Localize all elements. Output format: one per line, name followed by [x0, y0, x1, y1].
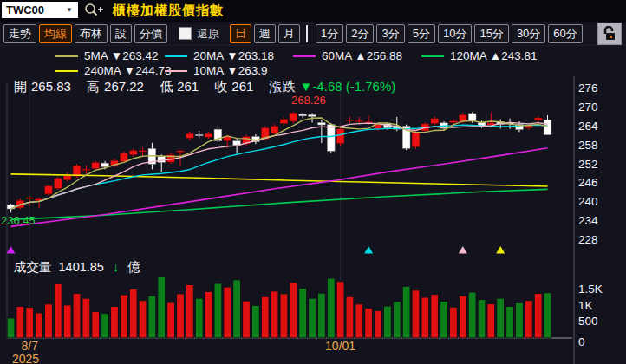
change-label: 漲跌	[270, 79, 296, 94]
restore-label: 還原	[197, 26, 219, 42]
minute-30-button[interactable]: 30分	[512, 24, 545, 43]
minute-15-button[interactable]: 15分	[474, 24, 508, 43]
legend-item-20ma: 20MA ▼263.18	[165, 49, 274, 62]
svg-text:270: 270	[578, 101, 598, 114]
ma5-swatch	[55, 55, 78, 57]
period-high-annotation: 268.26	[291, 94, 326, 107]
main-chart-svg[interactable]: 2762702642582522462402342281.5K1K50008/7…	[0, 76, 626, 364]
ma120-label: 120MA ▲243.81	[450, 49, 537, 62]
restore-checkbox[interactable]	[179, 27, 192, 40]
svg-text:258: 258	[578, 139, 598, 152]
svg-text:252: 252	[578, 158, 598, 171]
high-value: 267.22	[104, 79, 144, 94]
button-trend[interactable]: 走勢	[3, 24, 36, 43]
close-label: 收	[214, 79, 227, 94]
period-week-button[interactable]: 週	[254, 24, 276, 43]
ma60-swatch	[293, 55, 316, 57]
ma60-label: 60MA ▲256.88	[322, 49, 402, 62]
low-label: 低	[160, 79, 173, 94]
period-month-button[interactable]: 月	[278, 24, 300, 43]
close-value: 261	[231, 79, 253, 94]
volume-label: 成交量	[14, 260, 52, 274]
svg-text:1K: 1K	[578, 299, 593, 312]
minute-5-button[interactable]: 5分	[408, 24, 435, 43]
button-price-dist[interactable]: 分價	[134, 24, 167, 43]
volume-down-arrow-icon: ↓	[113, 260, 119, 274]
ma5-label: 5MA ▼263.42	[84, 49, 158, 62]
legend-item-60ma: 60MA ▲256.88	[293, 49, 402, 62]
symbol-dropdown-icon[interactable]: ▼	[66, 3, 73, 17]
svg-text:276: 276	[578, 81, 598, 94]
high-label: 高	[87, 79, 100, 94]
chart-title: 櫃檯加權股價指數	[113, 3, 224, 19]
legend-item-10ma: 10MA ▼263.9	[165, 64, 267, 77]
change-value: ▼-4.68 (-1.76%)	[300, 79, 396, 94]
ma10-swatch	[165, 70, 187, 72]
svg-text:500: 500	[578, 315, 598, 328]
ma240-label: 240MA ▼244.73	[84, 64, 171, 77]
volume-value: 1401.85	[59, 260, 104, 274]
svg-text:264: 264	[578, 120, 598, 133]
ma10-label: 10MA ▼263.9	[193, 64, 267, 77]
low-value: 261	[177, 79, 199, 94]
chart-area[interactable]: 2762702642582522462402342281.5K1K50008/7…	[0, 76, 626, 364]
ma20-swatch	[165, 55, 187, 57]
legend-item-5ma: 5MA ▼263.42	[55, 49, 158, 62]
search-zoom-icon[interactable]	[83, 2, 104, 19]
minute-10-button[interactable]: 10分	[438, 24, 472, 43]
svg-text:240: 240	[578, 195, 598, 208]
toolbar-divider	[306, 25, 308, 42]
volume-info-bar: 成交量1401.85 ↓ 億	[14, 259, 140, 276]
open-value: 265.83	[31, 79, 71, 94]
svg-text:10/01: 10/01	[325, 339, 355, 353]
minute-1-button[interactable]: 1分	[316, 24, 343, 43]
svg-text:8/7: 8/7	[21, 339, 38, 353]
ma240-swatch	[55, 70, 78, 72]
button-settings[interactable]: 設	[110, 24, 132, 43]
svg-text:228: 228	[578, 233, 598, 246]
lock-button[interactable]	[597, 23, 622, 45]
svg-text:2025: 2025	[12, 352, 39, 364]
svg-text:246: 246	[578, 176, 598, 189]
minute-3-button[interactable]: 3分	[376, 24, 404, 43]
svg-text:1.5K: 1.5K	[578, 283, 603, 296]
button-bollinger[interactable]: 布林	[75, 24, 108, 43]
top-bar: TWC00 ▼ 櫃檯加權股價指數	[0, 0, 626, 22]
button-ma[interactable]: 均線	[39, 24, 72, 43]
svg-text:0: 0	[578, 335, 585, 348]
app-window: TWC00 ▼ 櫃檯加權股價指數 走勢 均線 布林 設 分價 還原 日 週 月 …	[0, 0, 626, 364]
legend-item-120ma: 120MA ▲243.81	[421, 49, 537, 62]
ma20-label: 20MA ▼263.18	[193, 49, 274, 62]
period-day-button[interactable]: 日	[230, 24, 251, 43]
ohlc-info-bar: 開265.83 高267.22 低261 收261 漲跌▼-4.68 (-1.7…	[14, 79, 395, 95]
minute-2-button[interactable]: 2分	[346, 24, 374, 43]
minute-60-button[interactable]: 60分	[548, 24, 582, 43]
unlock-icon	[603, 26, 616, 42]
toolbar: 走勢 均線 布林 設 分價 還原 日 週 月 1分 2分 3分 5分 10分 1…	[0, 22, 626, 46]
volume-unit: 億	[127, 260, 140, 274]
legend-item-240ma: 240MA ▼244.73	[55, 64, 171, 77]
open-label: 開	[14, 79, 27, 94]
svg-text:234: 234	[578, 214, 598, 227]
ma120-swatch	[421, 55, 444, 57]
period-low-annotation: 236.45	[1, 214, 36, 227]
